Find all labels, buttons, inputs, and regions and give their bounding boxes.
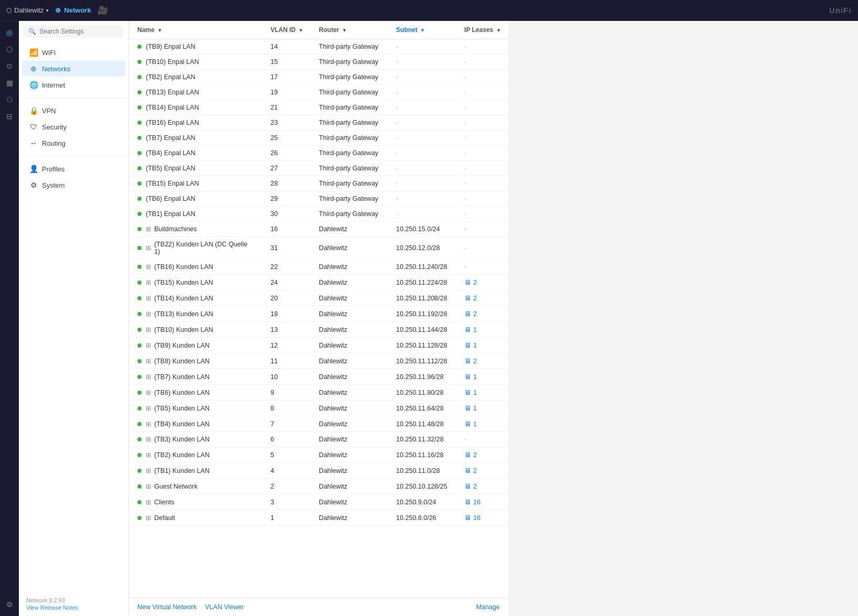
rail-people-icon[interactable]: ⚇ (2, 92, 17, 107)
cell-vlan-id: 12 (262, 338, 310, 353)
cell-subnet: 10.250.11.224/28 (388, 275, 456, 290)
rail-home-icon[interactable]: ◎ (2, 25, 17, 40)
ip-lease-link[interactable]: 🖥1 (464, 326, 500, 333)
sidebar-item-security[interactable]: 🛡 Security (22, 119, 125, 135)
sidebar-item-routing[interactable]: ↔ Routing (22, 135, 125, 151)
cell-router: Dahlewitz (310, 463, 388, 479)
ip-lease-link[interactable]: 🖥2 (464, 294, 500, 302)
sidebar-item-internet[interactable]: 🌐 Internet (22, 77, 125, 93)
network-badge[interactable]: ⊕ Network (55, 6, 91, 14)
table-row[interactable]: (TB6) Enpal LAN29Third-party Gateway-- (129, 191, 508, 207)
rail-stats-icon[interactable]: ▦ (2, 75, 17, 90)
release-notes-link[interactable]: View Release Notes (26, 604, 121, 611)
ip-lease-link[interactable]: 🖥1 (464, 420, 500, 428)
table-row[interactable]: ⊞(TB16) Kunden LAN22Dahlewitz10.250.11.2… (129, 260, 508, 275)
ip-lease-link[interactable]: 🖥1 (464, 341, 500, 349)
cell-name: ⊞(TB7) Kunden LAN (129, 369, 262, 385)
table-row[interactable]: (TB14) Enpal LAN21Third-party Gateway-- (129, 100, 508, 115)
cell-ip-leases: 🖥16 (456, 510, 508, 526)
table-row[interactable]: ⊞(TB22) Kunden LAN (DC Quelle 1)31Dahlew… (129, 237, 508, 260)
vlan-viewer-link[interactable]: VLAN Viewer (205, 603, 244, 611)
table-row[interactable]: ⊞(TB15) Kunden LAN24Dahlewitz10.250.11.2… (129, 275, 508, 290)
cell-vlan-id: 6 (262, 432, 310, 447)
network-name: (TB16) Kunden LAN (154, 263, 213, 271)
sidebar-item-vpn[interactable]: 🔒 VPN (22, 103, 125, 118)
table-row[interactable]: ⊞Buildmachines16Dahlewitz10.250.15.0/24- (129, 222, 508, 237)
table-row[interactable]: (TB4) Enpal LAN26Third-party Gateway-- (129, 146, 508, 161)
rail-settings-icon[interactable]: ⚙ (2, 597, 17, 612)
ip-lease-link[interactable]: 🖥1 (464, 388, 500, 396)
table-row[interactable]: (TB15) Enpal LAN28Third-party Gateway-- (129, 176, 508, 191)
table-row[interactable]: ⊞Default1Dahlewitz10.250.8.0/26🖥16 (129, 510, 508, 526)
rail-topology-icon[interactable]: ⬡ (2, 42, 17, 57)
sidebar-item-networks[interactable]: ⊕ Networks (22, 61, 125, 77)
table-row[interactable]: (TB16) Enpal LAN23Third-party Gateway-- (129, 115, 508, 131)
col-router[interactable]: Router ▾ (310, 21, 388, 39)
cell-subnet: 10.250.12.0/28 (388, 237, 456, 260)
col-vlan-id[interactable]: VLAN ID ▾ (262, 21, 310, 39)
ip-lease-link[interactable]: 🖥2 (464, 451, 500, 459)
table-row[interactable]: ⊞(TB5) Kunden LAN8Dahlewitz10.250.11.64/… (129, 401, 508, 416)
table-row[interactable]: ⊞(TB14) Kunden LAN20Dahlewitz10.250.11.2… (129, 290, 508, 306)
ip-lease-link[interactable]: 🖥2 (464, 467, 500, 474)
cell-ip-leases: - (456, 70, 508, 85)
table-row[interactable]: (TB10) Enpal LAN15Third-party Gateway-- (129, 55, 508, 70)
ip-lease-link[interactable]: 🖥2 (464, 278, 500, 286)
cell-subnet: - (388, 100, 456, 115)
sidebar-item-profiles[interactable]: 👤 Profiles (22, 161, 125, 177)
status-dot (137, 391, 142, 395)
table-row[interactable]: (TB9) Enpal LAN14Third-party Gateway-- (129, 39, 508, 55)
table-row[interactable]: (TB1) Enpal LAN30Third-party Gateway-- (129, 207, 508, 222)
table-row[interactable]: ⊞(TB2) Kunden LAN5Dahlewitz10.250.11.16/… (129, 447, 508, 463)
table-row[interactable]: (TB2) Enpal LAN17Third-party Gateway-- (129, 70, 508, 85)
table-row[interactable]: ⊞(TB10) Kunden LAN13Dahlewitz10.250.11.1… (129, 322, 508, 338)
table-row[interactable]: ⊞(TB9) Kunden LAN12Dahlewitz10.250.11.12… (129, 338, 508, 353)
table-row[interactable]: ⊞(TB6) Kunden LAN9Dahlewitz10.250.11.80/… (129, 385, 508, 401)
cell-router: Third-party Gateway (310, 146, 388, 161)
cell-vlan-id: 24 (262, 275, 310, 290)
table-row[interactable]: ⊞(TB13) Kunden LAN18Dahlewitz10.250.11.1… (129, 306, 508, 322)
sidebar-item-system[interactable]: ⚙ System (22, 177, 125, 193)
table-row[interactable]: (TB13) Enpal LAN19Third-party Gateway-- (129, 85, 508, 100)
table-row[interactable]: (TB7) Enpal LAN25Third-party Gateway-- (129, 131, 508, 146)
cell-name: (TB15) Enpal LAN (129, 176, 262, 191)
table-row[interactable]: ⊞(TB1) Kunden LAN4Dahlewitz10.250.11.0/2… (129, 463, 508, 479)
cell-vlan-id: 11 (262, 353, 310, 369)
rail-location-icon[interactable]: ⊙ (2, 59, 17, 73)
cell-name: (TB13) Enpal LAN (129, 85, 262, 100)
col-name[interactable]: Name ▾ (129, 21, 262, 39)
network-type-icon: ⊞ (146, 342, 151, 349)
cell-subnet: - (388, 131, 456, 146)
table-row[interactable]: ⊞(TB4) Kunden LAN7Dahlewitz10.250.11.48/… (129, 416, 508, 432)
ip-lease-link[interactable]: 🖥2 (464, 310, 500, 318)
table-row[interactable]: ⊞(TB3) Kunden LAN6Dahlewitz10.250.11.32/… (129, 432, 508, 447)
network-name: Guest Network (154, 483, 198, 490)
table-row[interactable]: ⊞Clients3Dahlewitz10.250.9.0/24🖥16 (129, 494, 508, 510)
search-input[interactable] (39, 28, 119, 35)
ip-lease-link[interactable]: 🖥1 (464, 373, 500, 381)
sidebar-item-wifi[interactable]: 📶 WiFi (22, 45, 125, 60)
leases-dash: - (464, 119, 466, 126)
ip-lease-link[interactable]: 🖥16 (464, 498, 500, 506)
ip-lease-link[interactable]: 🖥16 (464, 514, 500, 522)
table-row[interactable]: (TB5) Enpal LAN27Third-party Gateway-- (129, 161, 508, 176)
system-icon: ⚙ (29, 181, 38, 189)
site-selector[interactable]: ⬡ Dahlewitz ▾ (6, 6, 49, 14)
ip-lease-link[interactable]: 🖥1 (464, 404, 500, 412)
table-row[interactable]: ⊞(TB7) Kunden LAN10Dahlewitz10.250.11.96… (129, 369, 508, 385)
ip-lease-link[interactable]: 🖥2 (464, 482, 500, 490)
sidebar-label-networks: Networks (42, 65, 70, 73)
cell-router: Third-party Gateway (310, 70, 388, 85)
ip-lease-link[interactable]: 🖥2 (464, 357, 500, 365)
manage-link[interactable]: Manage (476, 603, 500, 611)
rail-devices-icon[interactable]: ⊟ (2, 109, 17, 124)
table-row[interactable]: ⊞(TB8) Kunden LAN11Dahlewitz10.250.11.11… (129, 353, 508, 369)
new-virtual-network-link[interactable]: New Virtual Network (137, 603, 197, 611)
cell-vlan-id: 21 (262, 100, 310, 115)
table-row[interactable]: ⊞Guest Network2Dahlewitz10.250.10.128/25… (129, 479, 508, 494)
cell-subnet: - (388, 191, 456, 207)
camera-icon[interactable]: 🎥 (98, 5, 108, 15)
col-subnet[interactable]: Subnet ▾ (388, 21, 456, 39)
col-ip-leases[interactable]: IP Leases ▾ (456, 21, 508, 39)
cell-ip-leases: - (456, 432, 508, 447)
